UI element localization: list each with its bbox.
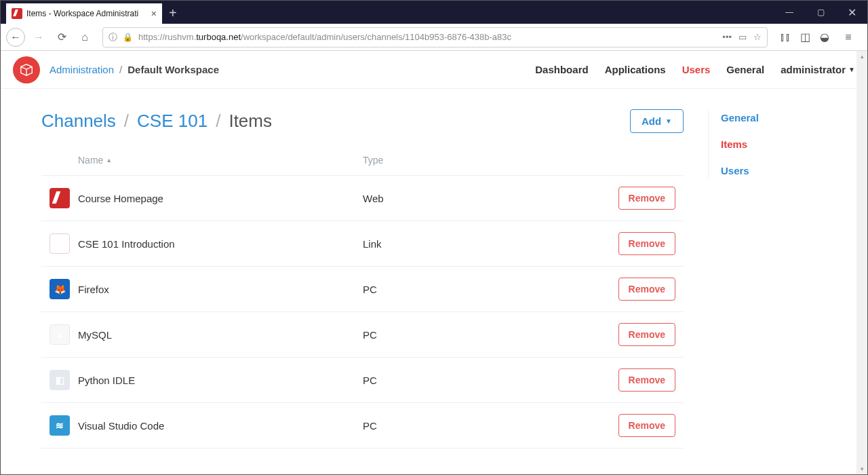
nav-general[interactable]: General [726, 64, 764, 75]
app-icon: PDF [50, 233, 70, 254]
nav-dashboard[interactable]: Dashboard [535, 64, 588, 75]
app-icon: 🦊 [50, 279, 70, 299]
app-icon: ≋ [50, 415, 70, 436]
vertical-scrollbar[interactable]: ▴ ▾ [856, 51, 867, 474]
item-name[interactable]: CSE 101 Introduction [78, 238, 363, 250]
crumb-items: Items [229, 111, 272, 132]
row-actions: Remove [618, 323, 684, 346]
main-column: Channels / CSE 101 / Items Add ▼ [41, 109, 684, 449]
reader-icon[interactable]: ▭ [738, 32, 747, 42]
app-icon: ◧ [50, 370, 70, 390]
menu-icon[interactable]: ≡ [839, 31, 858, 43]
remove-button[interactable]: Remove [618, 187, 675, 210]
item-name[interactable]: Visual Studio Code [78, 420, 363, 432]
row-actions: Remove [618, 368, 684, 392]
column-name-label: Name [78, 155, 103, 166]
tab-favicon-icon [12, 8, 22, 19]
address-bar[interactable]: ⓘ 🔒 https://rushvm.turboqa.net/workspace… [102, 27, 768, 48]
app-top-nav: Administration / Default Workspace Dashb… [1, 51, 867, 89]
table-row: ≋Visual Studio CodePCRemove [41, 403, 684, 449]
nav-account-menu[interactable]: administrator ▼ [781, 64, 855, 75]
app-icon [50, 188, 70, 208]
page-header-row: Channels / CSE 101 / Items Add ▼ [41, 109, 684, 133]
tab-title: Items - Workspace Administrati [26, 9, 138, 18]
lock-icon: 🔒 [123, 33, 133, 42]
row-actions: Remove [618, 232, 684, 255]
table-row: ◧Python IDLEPCRemove [41, 358, 684, 403]
toolbar-right-icons: ⫿⫿ ◫ ◒ ≡ [776, 31, 862, 43]
library-icon[interactable]: ⫿⫿ [780, 31, 791, 43]
scroll-up-icon[interactable]: ▴ [856, 51, 867, 62]
nav-users[interactable]: Users [682, 64, 711, 75]
item-name[interactable]: Python IDLE [78, 375, 363, 386]
page-breadcrumb: Channels / CSE 101 / Items [41, 111, 272, 132]
crumb-channel-name[interactable]: CSE 101 [137, 111, 208, 132]
item-name[interactable]: MySQL [78, 329, 363, 341]
side-nav: General Items Users [708, 109, 827, 179]
crumb-separator: / [124, 111, 129, 132]
item-type: Link [363, 238, 618, 250]
browser-tab[interactable]: Items - Workspace Administrati × [6, 3, 162, 24]
titlebar: Items - Workspace Administrati × + — ▢ ✕ [1, 1, 867, 24]
back-button[interactable]: ← [6, 28, 25, 47]
address-bar-actions: ••• ▭ ☆ [722, 32, 762, 42]
url-host: turboqa.net [196, 32, 241, 42]
window-minimize-button[interactable]: — [774, 1, 805, 24]
item-type: PC [363, 375, 618, 386]
nav-applications[interactable]: Applications [605, 64, 666, 75]
forward-button[interactable]: → [29, 28, 48, 47]
home-button[interactable]: ⌂ [75, 28, 94, 47]
breadcrumb-workspace: Default Workspace [127, 64, 219, 75]
tab-close-icon[interactable]: × [151, 8, 157, 19]
remove-button[interactable]: Remove [618, 278, 675, 301]
table-row: Course HomepageWebRemove [41, 176, 684, 221]
table-row: ↘MySQLPCRemove [41, 312, 684, 358]
item-name[interactable]: Course Homepage [78, 193, 363, 204]
remove-button[interactable]: Remove [618, 323, 675, 346]
url-text: https://rushvm.turboqa.net/workspace/def… [138, 32, 717, 42]
row-actions: Remove [618, 414, 684, 437]
browser-window: Items - Workspace Administrati × + — ▢ ✕… [0, 0, 868, 475]
column-type-header[interactable]: Type [363, 155, 684, 166]
item-name[interactable]: Firefox [78, 284, 363, 295]
breadcrumb-administration[interactable]: Administration [50, 64, 114, 75]
brand-logo-icon[interactable] [13, 56, 40, 83]
remove-button[interactable]: Remove [618, 232, 675, 255]
row-actions: Remove [618, 278, 684, 301]
table-body: Course HomepageWebRemovePDFCSE 101 Intro… [41, 176, 684, 449]
add-button-label: Add [642, 115, 661, 127]
side-users[interactable]: Users [721, 165, 827, 176]
breadcrumb-separator: / [119, 64, 122, 75]
caret-down-icon: ▼ [848, 66, 855, 73]
reload-button[interactable]: ⟳ [52, 28, 71, 47]
nav-account-label: administrator [781, 64, 846, 75]
new-tab-button[interactable]: + [169, 5, 177, 21]
remove-button[interactable]: Remove [618, 414, 675, 437]
bookmark-star-icon[interactable]: ☆ [753, 32, 762, 42]
site-info-icon[interactable]: ⓘ [108, 31, 117, 43]
table-row: PDFCSE 101 IntroductionLinkRemove [41, 221, 684, 267]
browser-toolbar: ← → ⟳ ⌂ ⓘ 🔒 https://rushvm.turboqa.net/w… [1, 24, 867, 51]
url-path: /workspace/default/admin/users/channels/… [241, 32, 511, 42]
item-type: PC [363, 420, 618, 432]
window-maximize-button[interactable]: ▢ [805, 1, 836, 24]
scroll-down-icon[interactable]: ▾ [856, 463, 867, 474]
sidebar-icon[interactable]: ◫ [800, 31, 810, 43]
header-nav-links: Dashboard Applications Users General adm… [535, 64, 855, 75]
remove-button[interactable]: Remove [618, 368, 675, 392]
app-viewport: ▴ ▾ Administration / Default Workspace [1, 51, 867, 474]
items-table: Name ▲ Type Course HomepageWebRemovePDFC… [41, 148, 684, 449]
window-close-button[interactable]: ✕ [836, 1, 867, 24]
table-row: 🦊FirefoxPCRemove [41, 267, 684, 312]
more-icon[interactable]: ••• [722, 32, 732, 42]
column-name-header[interactable]: Name ▲ [78, 155, 363, 166]
side-items[interactable]: Items [721, 138, 827, 150]
crumb-channels[interactable]: Channels [41, 111, 116, 132]
account-icon[interactable]: ◒ [820, 31, 829, 43]
item-type: Web [363, 193, 618, 204]
add-button[interactable]: Add ▼ [630, 109, 684, 133]
side-general[interactable]: General [721, 112, 827, 124]
table-header: Name ▲ Type [41, 148, 684, 176]
sort-ascending-icon: ▲ [106, 157, 112, 164]
window-controls: — ▢ ✕ [774, 1, 867, 24]
